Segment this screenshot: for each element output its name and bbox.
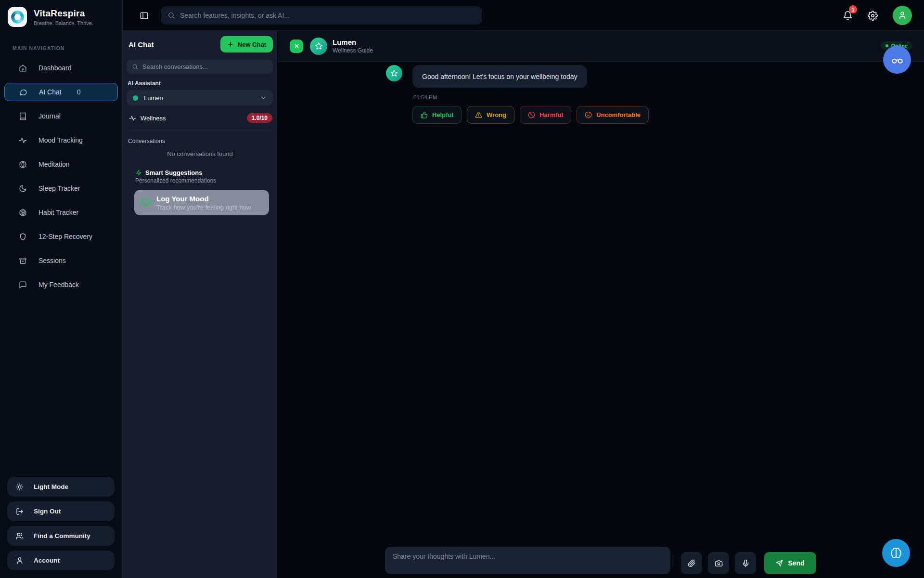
archive-icon — [19, 257, 27, 265]
chat-main: Lumen Wellness Guide Online Good afterno… — [278, 31, 924, 578]
conversations-empty-state: No conversations found — [123, 150, 277, 158]
glasses-icon — [891, 53, 904, 66]
global-search[interactable] — [161, 6, 482, 25]
main-navigation: Dashboard AI Chat 0 Journal Mood Trackin… — [0, 59, 122, 294]
sidebar-toggle-button[interactable] — [140, 11, 149, 20]
sidebar-item-sessions[interactable]: Sessions — [8, 251, 115, 270]
home-icon — [19, 64, 27, 72]
panel-left-icon — [140, 11, 149, 20]
feedback-harmful-button[interactable]: Harmful — [520, 106, 571, 124]
chat-assistant-role: Wellness Guide — [333, 47, 373, 54]
paperclip-icon — [688, 559, 696, 567]
sidebar-item-habit-tracker[interactable]: Habit Tracker — [8, 203, 115, 222]
topbar-actions: 1 — [843, 0, 912, 31]
global-search-input[interactable] — [180, 12, 475, 19]
microphone-button[interactable] — [735, 552, 756, 574]
message-input[interactable] — [385, 547, 670, 574]
send-icon — [776, 560, 783, 567]
sidebar-item-dashboard[interactable]: Dashboard — [8, 59, 115, 77]
feedback-uncomfortable-button[interactable]: Uncomfortable — [577, 106, 649, 124]
sidebar-item-sleep-tracker[interactable]: Sleep Tracker — [8, 179, 115, 197]
sidebar-item-my-feedback[interactable]: My Feedback — [8, 276, 115, 294]
feedback-wrong-button[interactable]: Wrong — [467, 106, 514, 124]
assistant-message-group: Good afternoon! Let's focus on your well… — [386, 65, 649, 124]
gear-icon — [868, 11, 878, 21]
sidebar-item-meditation[interactable]: Meditation — [8, 155, 115, 173]
footer-item-label: Light Mode — [34, 483, 68, 490]
sidebar-item-label: Sessions — [38, 257, 66, 264]
sidebar-item-journal[interactable]: Journal — [8, 107, 115, 125]
settings-button[interactable] — [868, 10, 878, 21]
light-mode-button[interactable]: Light Mode — [7, 477, 115, 497]
search-icon — [167, 12, 175, 19]
search-icon — [132, 64, 138, 70]
conversation-search[interactable] — [127, 60, 273, 74]
sidebar-item-ai-chat[interactable]: AI Chat 0 — [4, 83, 118, 101]
shield-icon — [19, 233, 27, 241]
ban-icon — [528, 111, 535, 118]
assistant-select[interactable]: Lumen — [127, 90, 273, 105]
brand-name: VitaRespira — [34, 8, 93, 19]
topbar: 1 — [123, 0, 924, 31]
sidebar-item-12-step-recovery[interactable]: 12-Step Recovery — [8, 227, 115, 246]
chat-bubble-icon — [19, 88, 27, 96]
sidebar: VitaRespira Breathe. Balance. Thrive. MA… — [0, 0, 123, 578]
accessibility-glasses-button[interactable] — [883, 46, 911, 74]
brain-icon — [890, 547, 902, 559]
alert-triangle-icon — [475, 111, 482, 118]
send-button[interactable]: Send — [764, 552, 816, 574]
attach-file-button[interactable] — [681, 552, 702, 574]
nav-section-label: MAIN NAVIGATION — [13, 45, 122, 51]
notifications-button[interactable]: 1 — [843, 10, 853, 21]
log-out-icon — [16, 508, 24, 515]
send-label: Send — [788, 559, 804, 567]
activity-icon — [129, 115, 136, 122]
account-button[interactable]: Account — [7, 551, 115, 570]
heart-icon — [141, 198, 151, 208]
feedback-label: Uncomfortable — [596, 111, 641, 118]
user-icon — [898, 11, 907, 20]
sidebar-footer: Light Mode Sign Out Find a Community Acc… — [7, 477, 115, 570]
sidebar-item-label: AI Chat — [39, 88, 62, 96]
sidebar-item-label: Dashboard — [38, 64, 72, 72]
suggestion-log-your-mood[interactable]: Log Your Mood Track how you're feeling r… — [134, 190, 269, 215]
feedback-helpful-button[interactable]: Helpful — [412, 106, 462, 124]
conversation-search-input[interactable] — [142, 63, 268, 70]
app-root: VitaRespira Breathe. Balance. Thrive. MA… — [0, 0, 924, 578]
sidebar-item-label: Habit Tracker — [38, 209, 78, 216]
sidebar-item-label: My Feedback — [38, 281, 79, 289]
sign-out-button[interactable]: Sign Out — [7, 501, 115, 521]
footer-item-label: Sign Out — [34, 508, 61, 515]
feedback-label: Wrong — [487, 111, 506, 118]
online-dot-icon — [886, 44, 888, 47]
notification-badge: 1 — [849, 5, 857, 13]
footer-item-label: Account — [34, 557, 60, 564]
panel-title: AI Chat — [128, 40, 154, 49]
find-community-button[interactable]: Find a Community — [7, 526, 115, 546]
user-avatar[interactable] — [893, 6, 912, 25]
close-chat-button[interactable] — [290, 39, 303, 53]
conversations-section-label: Conversations — [128, 138, 277, 144]
message-timestamp: 01:54 PM — [413, 94, 649, 100]
sidebar-item-label: Sleep Tracker — [38, 184, 80, 192]
ai-brain-button[interactable] — [882, 539, 910, 567]
camera-button[interactable] — [708, 552, 729, 574]
close-icon — [294, 43, 300, 49]
activity-icon — [19, 136, 27, 144]
sidebar-item-label: 12-Step Recovery — [38, 233, 92, 240]
suggestion-card-subtitle: Track how you're feeling right now — [156, 204, 269, 211]
sphere-icon — [19, 160, 27, 169]
new-chat-label: New Chat — [238, 41, 266, 48]
sidebar-item-mood-tracking[interactable]: Mood Tracking — [8, 131, 115, 149]
assistant-status-dot — [133, 95, 138, 101]
chat-assistant-name: Lumen — [333, 38, 373, 46]
book-icon — [19, 112, 27, 120]
smart-suggestions-title: Smart Suggestions — [145, 169, 202, 176]
moon-icon — [19, 184, 27, 193]
chat-header: Lumen Wellness Guide Online — [278, 31, 924, 62]
new-chat-button[interactable]: New Chat — [220, 36, 273, 53]
app-logo-icon — [8, 7, 27, 27]
sidebar-item-label: Journal — [38, 112, 61, 120]
frown-icon — [585, 111, 592, 118]
wellness-score-badge: 1.0/10 — [247, 113, 272, 123]
